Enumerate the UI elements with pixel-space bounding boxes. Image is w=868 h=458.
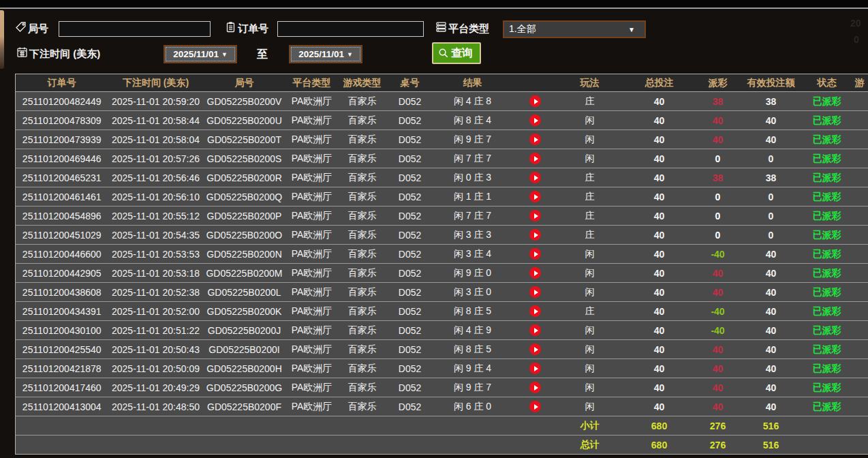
cell-game-type: 百家乐 <box>339 321 386 340</box>
cell-order-no: 251101200430100 <box>16 321 108 340</box>
cell-bet-time: 2025-11-01 20:50:43 <box>108 340 204 359</box>
cell-order-no: 251101200454896 <box>16 207 108 226</box>
grand-total-total-bet: 680 <box>621 436 698 455</box>
replay-play-button[interactable] <box>529 191 541 202</box>
table-header-row: 订单号下注时间 (美东)局号平台类型游戏类型桌号结果玩法总投注派彩有效投注额状态… <box>16 74 868 92</box>
replay-play-button[interactable] <box>529 210 541 222</box>
cell-payout: 40 <box>698 130 738 149</box>
replay-play-button[interactable] <box>529 363 541 374</box>
cell-total-bet: 40 <box>621 111 698 130</box>
date-to-value: 2025/11/01 <box>298 49 344 59</box>
cell-valid-bet: 40 <box>738 397 805 416</box>
cell-table-no: D052 <box>386 187 434 207</box>
cell-valid-bet: 40 <box>738 302 805 321</box>
cell-replay <box>512 264 559 283</box>
round-no-input[interactable] <box>59 21 211 37</box>
cell-result: 闲 4 庄 8 <box>434 92 512 111</box>
cell-clipped <box>850 149 868 168</box>
cell-table-no: D052 <box>386 168 434 187</box>
cell-result: 闲 1 庄 1 <box>434 187 512 207</box>
cell-bet-time: 2025-11-01 20:56:46 <box>108 168 204 187</box>
cell-game-type: 百家乐 <box>339 283 386 302</box>
cell-status: 已派彩 <box>805 245 850 264</box>
cell-result: 闲 0 庄 3 <box>434 168 512 187</box>
cell-platform-type: PA欧洲厅 <box>285 111 339 130</box>
grand-total-row: 总计 680 276 516 <box>16 436 868 455</box>
cell-total-bet: 40 <box>621 168 698 187</box>
cell-table-no: D052 <box>386 130 434 149</box>
cell-play-type: 庄 <box>559 302 621 321</box>
replay-play-button[interactable] <box>529 248 541 260</box>
platform-type-select[interactable]: 1.全部 ▼ <box>503 20 646 38</box>
play-icon <box>534 194 538 200</box>
cell-table-no: D052 <box>386 245 434 264</box>
cell-replay <box>512 245 559 264</box>
cell-valid-bet: 0 <box>738 149 805 168</box>
cell-game-type: 百家乐 <box>339 226 386 245</box>
cell-platform-type: PA欧洲厅 <box>285 264 339 283</box>
replay-play-button[interactable] <box>529 95 541 107</box>
records-table-container: 订单号下注时间 (美东)局号平台类型游戏类型桌号结果玩法总投注派彩有效投注额状态… <box>15 74 868 456</box>
records-table: 订单号下注时间 (美东)局号平台类型游戏类型桌号结果玩法总投注派彩有效投注额状态… <box>15 74 868 455</box>
cell-bet-time: 2025-11-01 20:59:20 <box>108 92 204 111</box>
replay-play-button[interactable] <box>529 286 541 298</box>
replay-play-button[interactable] <box>529 267 541 279</box>
cell-result: 闲 9 庄 4 <box>434 359 512 378</box>
cell-platform-type: PA欧洲厅 <box>285 321 339 340</box>
cell-status: 已派彩 <box>805 149 850 168</box>
top-divider <box>0 0 868 9</box>
cell-platform-type: PA欧洲厅 <box>285 187 339 207</box>
cell-replay <box>512 92 559 111</box>
cell-platform-type: PA欧洲厅 <box>285 207 339 226</box>
cell-clipped <box>850 302 868 321</box>
replay-play-button[interactable] <box>529 229 541 241</box>
search-icon <box>437 48 449 59</box>
cell-valid-bet: 40 <box>738 111 805 130</box>
cell-round-no: GD05225B0200V <box>204 92 285 111</box>
search-button[interactable]: 查询 <box>432 42 481 64</box>
replay-play-button[interactable] <box>529 172 541 183</box>
play-icon <box>534 213 538 219</box>
cell-game-type: 百家乐 <box>339 264 386 283</box>
cell-clipped <box>850 130 868 149</box>
table-row: 251101200442905 2025-11-01 20:53:18 GD05… <box>16 264 868 283</box>
replay-play-button[interactable] <box>529 401 541 412</box>
cell-round-no: GD05225B0200M <box>204 264 285 283</box>
cell-platform-type: PA欧洲厅 <box>285 378 339 397</box>
date-to-picker[interactable]: 2025/11/01▼ <box>289 45 362 63</box>
replay-play-button[interactable] <box>529 153 541 164</box>
cell-payout: 0 <box>698 187 738 207</box>
cell-play-type: 闲 <box>559 130 621 149</box>
replay-play-button[interactable] <box>529 324 541 336</box>
replay-play-button[interactable] <box>529 305 541 317</box>
cell-payout: 40 <box>698 397 738 416</box>
cell-status: 已派彩 <box>805 168 850 187</box>
cell-valid-bet: 40 <box>738 130 805 149</box>
date-from-picker[interactable]: 2025/11/01▼ <box>164 45 237 63</box>
cell-replay <box>512 302 559 321</box>
cell-round-no: GD05225B0200I <box>204 340 285 359</box>
replay-play-button[interactable] <box>529 134 541 145</box>
cell-total-bet: 40 <box>621 226 698 245</box>
cell-table-no: D052 <box>386 340 434 359</box>
cell-game-type: 百家乐 <box>339 130 386 149</box>
cell-total-bet: 40 <box>621 207 698 226</box>
cell-game-type: 百家乐 <box>339 168 386 187</box>
cell-bet-time: 2025-11-01 20:53:18 <box>108 264 204 283</box>
order-no-input[interactable] <box>277 21 424 37</box>
cell-play-type: 闲 <box>559 378 621 397</box>
cell-result: 闲 3 庄 3 <box>434 226 512 245</box>
cell-bet-time: 2025-11-01 20:55:12 <box>108 207 204 226</box>
replay-play-button[interactable] <box>529 114 541 126</box>
cell-result: 闲 3 庄 0 <box>434 283 512 302</box>
replay-play-button[interactable] <box>529 382 541 393</box>
table-row: 251101200434391 2025-11-01 20:52:00 GD05… <box>16 302 868 321</box>
cell-play-type: 庄 <box>559 187 621 207</box>
replay-play-button[interactable] <box>529 344 541 355</box>
column-header-payout: 派彩 <box>698 74 738 92</box>
cell-game-type: 百家乐 <box>339 340 386 359</box>
cell-game-type: 百家乐 <box>339 207 386 226</box>
cell-clipped <box>850 397 868 416</box>
cell-replay <box>512 187 559 207</box>
cell-payout: 40 <box>698 378 738 397</box>
